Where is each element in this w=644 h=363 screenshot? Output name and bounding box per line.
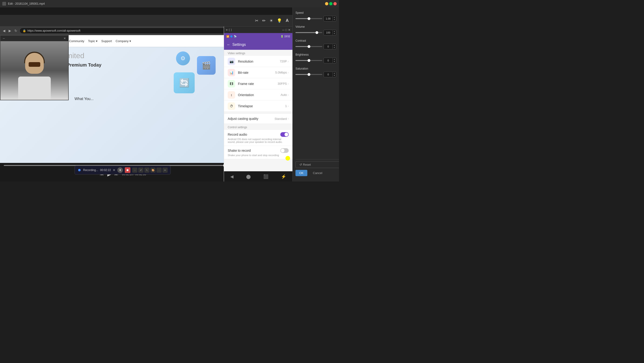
close-button[interactable] [334, 2, 337, 5]
casting-quality-label: Adjust casting quality [228, 117, 274, 120]
nav-company[interactable]: Company ▾ [116, 39, 131, 43]
brightness-slider[interactable] [296, 60, 322, 61]
timelapse-value: 1 [285, 104, 287, 108]
bitrate-label: Bit-rate [238, 71, 275, 74]
saturation-down[interactable]: ▼ [333, 74, 336, 77]
window-title: Edit - 20181104_195001.mp4 [8, 2, 325, 5]
saturation-up[interactable]: ▲ [333, 72, 336, 74]
contrast-up[interactable]: ▲ [333, 44, 336, 46]
rec-tool-dot[interactable]: · [156, 168, 162, 173]
contrast-thumb[interactable] [308, 45, 310, 48]
orientation-setting[interactable]: ↕ Orientation Auto › [224, 89, 292, 100]
brightness-stepper[interactable]: ▲ ▼ [332, 58, 336, 63]
bulb-icon[interactable]: 💡 [277, 18, 282, 23]
timelapse-icon: ⏱ [228, 102, 235, 110]
phone-home-nav[interactable]: ⬤ [246, 174, 251, 179]
phone-close[interactable]: ✕ [288, 28, 290, 32]
speed-thumb[interactable] [308, 17, 310, 20]
nav-community[interactable]: Community [69, 39, 84, 43]
rec-tool-color[interactable]: 🎨 [150, 168, 156, 173]
battery-icon: 🔋 [280, 35, 283, 38]
speed-row: 1.00 ▲ ▼ [296, 16, 336, 21]
saturation-thumb[interactable] [308, 73, 310, 76]
contrast-param: Contrast 0 ▲ ▼ [296, 39, 336, 49]
framerate-setting[interactable]: 🎞 Frame rate 30FPS › [224, 78, 292, 89]
nav-support[interactable]: Support [101, 39, 112, 43]
record-audio-toggle[interactable] [280, 132, 289, 137]
brightness-icon[interactable]: ☀ [270, 18, 273, 23]
webcam-close[interactable]: ✕ [64, 37, 66, 40]
brightness-down[interactable]: ▼ [333, 60, 336, 63]
volume-up[interactable]: ▲ [333, 30, 336, 32]
saturation-fill [296, 74, 309, 75]
record-audio-row: Record audio [228, 132, 289, 137]
speed-stepper[interactable]: ▲ ▼ [332, 16, 336, 21]
resolution-arrow: › [288, 60, 289, 63]
phone-recents-nav[interactable]: ⬛ [263, 174, 268, 179]
volume-row: 100 ▲ ▼ [296, 30, 336, 35]
font-icon[interactable]: A [286, 18, 289, 23]
contrast-slider[interactable] [296, 46, 322, 47]
back-button[interactable]: ◀ [2, 28, 6, 33]
shake-desc: Shake your phone to start and stop recor… [228, 154, 289, 157]
reset-button[interactable]: ↺ Reset [296, 161, 339, 168]
refresh-button[interactable]: ↻ [14, 28, 18, 33]
rec-tool-pencil[interactable]: ✏ [162, 168, 168, 173]
phone-minimize[interactable]: ─ [282, 28, 284, 32]
saturation-slider[interactable] [296, 74, 322, 75]
phone-settings-header: ← Settings [224, 39, 292, 50]
shake-to-record-label: Shake to record [228, 149, 280, 152]
contrast-fill [296, 46, 309, 47]
contrast-stepper[interactable]: ▲ ▼ [332, 44, 336, 49]
reset-icon: ↺ [300, 163, 302, 166]
stop-recording-button[interactable]: ⏹ [125, 167, 130, 173]
timelapse-setting[interactable]: ⏱ Timelapse 1 › [224, 100, 292, 112]
recording-close[interactable]: ✕ [113, 168, 116, 172]
casting-quality-setting[interactable]: Adjust casting quality Standard › [224, 114, 292, 124]
webcam-minimize[interactable]: ─ [3, 37, 5, 40]
cam-person [0, 41, 68, 100]
resolution-icon: 📷 [228, 58, 235, 65]
cancel-button[interactable]: Cancel [309, 170, 326, 176]
rec-tool-1[interactable]: ··· [132, 168, 137, 173]
control-settings-header: Control settings [224, 124, 292, 130]
brightness-up[interactable]: ▲ [333, 58, 336, 60]
rec-tool-cursor[interactable]: ↖ [144, 168, 150, 173]
brightness-thumb[interactable] [308, 59, 310, 62]
wifi-icon: 📶 [226, 35, 229, 38]
maximize-button[interactable] [329, 2, 332, 5]
speed-slider[interactable] [296, 18, 322, 19]
ok-button[interactable]: OK [296, 170, 307, 176]
forward-button[interactable]: ▶ [8, 28, 12, 33]
phone-menu-nav[interactable]: ⚡ [281, 174, 286, 179]
volume-down[interactable]: ▼ [333, 32, 336, 35]
shake-toggle[interactable] [280, 148, 289, 153]
nav-topic[interactable]: Topic ▾ [88, 39, 98, 43]
edit-icon[interactable]: ✏ [262, 18, 266, 23]
volume-thumb[interactable] [316, 31, 318, 34]
speed-down[interactable]: ▼ [333, 19, 336, 21]
speed-up[interactable]: ▲ [333, 16, 336, 19]
phone-back-nav[interactable]: ◀ [230, 174, 234, 179]
address-bar[interactable]: 🔒 https://www.apowersoft.com/all-apowers… [20, 28, 259, 34]
phone-ctrl-1[interactable]: ≡ [226, 28, 228, 32]
cam-beard [29, 62, 40, 67]
bitrate-setting[interactable]: 📊 Bit-rate 5.0Mbps › [224, 67, 292, 78]
volume-slider[interactable] [296, 32, 322, 33]
cut-icon[interactable]: ✂ [255, 18, 258, 23]
saturation-stepper[interactable]: ▲ ▼ [332, 72, 336, 77]
webcam-overlay[interactable]: ─ ✕ [0, 35, 69, 100]
pause-recording-button[interactable]: ⏸ [117, 167, 123, 173]
phone-ctrl-3[interactable]: ⟩ [231, 28, 232, 32]
minimize-button[interactable] [325, 2, 328, 5]
orientation-value: Auto [280, 93, 287, 97]
volume-stepper[interactable]: ▲ ▼ [332, 30, 336, 35]
ok-cancel-row: OK Cancel [296, 170, 339, 176]
phone-settings-body: Video settings 📷 Resolution 720P › 📊 Bit… [224, 50, 292, 171]
contrast-down[interactable]: ▼ [333, 46, 336, 49]
settings-back-button[interactable]: ← [227, 42, 230, 47]
phone-maximize[interactable]: □ [285, 28, 287, 32]
resolution-setting[interactable]: 📷 Resolution 720P › [224, 56, 292, 67]
rec-tool-pen[interactable]: ✐ [138, 168, 144, 173]
phone-ctrl-2[interactable]: ⟨ [229, 28, 230, 32]
